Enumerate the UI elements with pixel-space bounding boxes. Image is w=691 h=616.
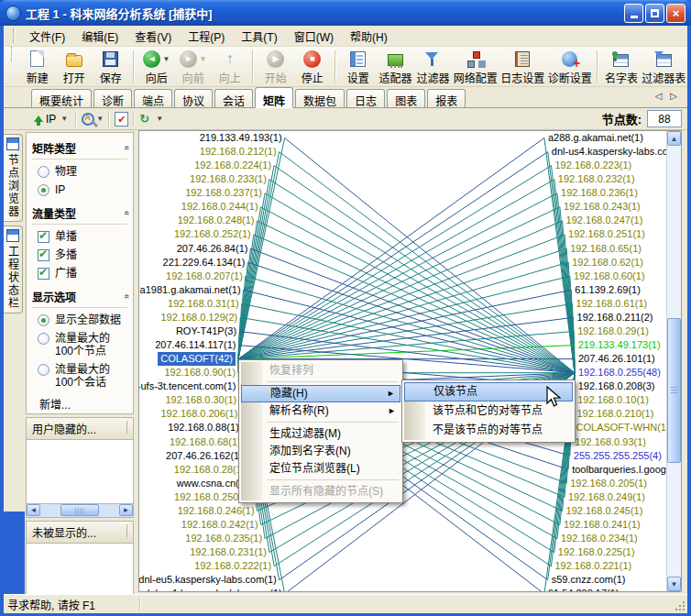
toolbar-button-name-table[interactable]: 名字表 xyxy=(602,47,640,86)
sidebar-link-new[interactable]: 新增... xyxy=(39,396,127,412)
matrix-node-left[interactable]: 192.168.0.129(2) xyxy=(160,311,237,324)
matrix-node-right[interactable]: 192.168.0.210(1) xyxy=(577,407,654,421)
not-shown-header[interactable]: 未被显示的... xyxy=(26,521,134,544)
toolbar-button-log-book[interactable]: 日志设置 xyxy=(499,47,546,86)
matrix-node-left[interactable]: 207.46.114.117(1) xyxy=(155,338,236,352)
matrix-node-left[interactable]: 192.168.0.31(1) xyxy=(168,297,239,311)
menu-item-2[interactable]: 查看(V) xyxy=(126,26,180,47)
maximize-button[interactable] xyxy=(645,4,664,23)
side-tab-1[interactable]: 工程状态栏 xyxy=(4,226,23,314)
matrix-node-right[interactable]: 192.168.0.247(1) xyxy=(566,214,643,227)
toolbar-button-back-circle[interactable]: ◄▼向后 xyxy=(138,47,175,86)
toolbar-button-adapter-card[interactable]: 适配器 xyxy=(377,47,414,86)
tab-scroll-arrows[interactable]: ◁ ▷ xyxy=(655,91,680,101)
scroll-right-icon[interactable]: ► xyxy=(119,504,133,516)
toolbar-button-filter-funnel[interactable]: 过滤器 xyxy=(414,47,452,86)
radio-流量最大的100个节点[interactable]: 流量最大的100个节点 xyxy=(38,332,127,358)
matrix-node-left[interactable]: www.csna.cn(1) xyxy=(177,477,248,490)
matrix-node-right[interactable]: 192.168.0.65(1) xyxy=(570,242,642,256)
matrix-node-left[interactable]: 207.46.26.162(1) xyxy=(166,449,243,463)
matrix-node-left[interactable]: 207.46.26.84(1) xyxy=(177,242,248,256)
scrollbar-thumb[interactable] xyxy=(667,318,681,463)
context-menu-item-4[interactable]: 添加到名字表(N) xyxy=(241,443,400,460)
side-tab-0[interactable]: 节点浏览器 xyxy=(4,134,23,222)
matrix-node-right[interactable]: 192.168.0.208(3) xyxy=(578,380,655,393)
menu-item-0[interactable]: 文件(F) xyxy=(21,26,73,47)
toolbar-button-diagnosis-globe[interactable]: 诊断设置 xyxy=(546,47,593,86)
tab-日志[interactable]: 日志 xyxy=(346,89,385,107)
menu-item-3[interactable]: 工程(P) xyxy=(180,26,233,47)
matrix-node-right[interactable]: 192.168.0.251(1) xyxy=(568,227,645,241)
menu-item-4[interactable]: 工具(T) xyxy=(233,26,285,47)
matrix-node-right[interactable]: 192.168.0.60(1) xyxy=(574,270,645,283)
matrix-node-left[interactable]: 192.168.0.90(1) xyxy=(164,366,236,380)
matrix-node-left[interactable]: dnl-eu1.kaspersky-labs.com(1) xyxy=(144,587,281,591)
matrix-node-right[interactable]: 192.168.0.205(1) xyxy=(570,477,647,490)
matrix-node-left[interactable]: 192.168.0.222(1) xyxy=(194,559,271,573)
matrix-node-right[interactable]: 192.168.0.232(1) xyxy=(558,172,635,186)
matrix-node-right[interactable]: 192.168.0.236(1) xyxy=(561,186,638,200)
toolbar-button-start-circle[interactable]: ▶开始 xyxy=(258,47,294,86)
matrix-node-left[interactable]: 192.168.0.235(1) xyxy=(185,532,262,545)
matrix-node-left[interactable]: 192.168.0.224(1) xyxy=(194,159,271,172)
menu-item-5[interactable]: 窗口(W) xyxy=(286,26,342,47)
matrix-node-left[interactable]: ROY-T41P(3) xyxy=(176,324,236,338)
tab-矩阵[interactable]: 矩阵 xyxy=(255,87,293,108)
matrix-node-right[interactable]: 192.168.0.223(1) xyxy=(554,159,631,172)
toolbar-button-forward-circle[interactable]: ►▼向前 xyxy=(175,47,212,86)
radio-显示全部数据[interactable]: 显示全部数据 xyxy=(38,314,127,326)
scroll-down-icon[interactable]: ▼ xyxy=(667,577,681,591)
tab-协议[interactable]: 协议 xyxy=(174,89,213,107)
radio-物理[interactable]: 物理 xyxy=(38,165,127,178)
matrix-node-right[interactable]: 192.168.0.245(1) xyxy=(566,504,643,518)
radio-流量最大的100个会话[interactable]: 流量最大的100个会话 xyxy=(38,363,127,389)
matrix-node-right[interactable]: 61.54.208.17(1) xyxy=(548,587,620,591)
resize-grip[interactable] xyxy=(675,600,686,611)
matrix-node-right[interactable]: 192.168.0.62(1) xyxy=(572,256,643,270)
checkbox-多播[interactable]: 多播 xyxy=(38,248,127,261)
matrix-node-left[interactable]: 192.168.0.242(1) xyxy=(181,518,258,532)
matrix-node-left[interactable]: 221.229.64.134(1) xyxy=(163,256,246,270)
matrix-view[interactable]: 219.133.49.193(1)192.168.0.212(1)192.168… xyxy=(138,130,682,592)
matrix-node-right[interactable]: 255.255.255.255(4) xyxy=(574,449,662,463)
tab-概要统计[interactable]: 概要统计 xyxy=(31,89,92,107)
matrix-node-left[interactable]: 192.168.0.237(1) xyxy=(185,186,262,200)
select-options-icon[interactable] xyxy=(115,112,128,126)
matrix-node-right[interactable]: COLASOFT-WHN(1) xyxy=(576,421,666,434)
menu-item-1[interactable]: 编辑(E) xyxy=(73,26,126,47)
tab-报表[interactable]: 报表 xyxy=(427,89,466,107)
matrix-node-right[interactable]: 192.168.0.241(1) xyxy=(564,518,641,532)
matrix-node-right[interactable]: 192.168.0.10(1) xyxy=(577,393,649,407)
scroll-left-icon[interactable]: ◄ xyxy=(27,504,40,516)
refresh-button[interactable]: ↻ ▼ xyxy=(139,112,163,126)
matrix-node-right[interactable]: 192.168.0.29(1) xyxy=(577,324,649,338)
tab-数据包[interactable]: 数据包 xyxy=(295,89,345,107)
tab-诊断[interactable]: 诊断 xyxy=(93,89,132,107)
matrix-node-right[interactable]: 192.168.0.211(2) xyxy=(577,311,653,324)
context-menu-item-5[interactable]: 定位节点浏览器(L) xyxy=(241,460,400,478)
matrix-node-left[interactable]: 219.133.49.193(1) xyxy=(200,131,282,145)
matrix-node-left[interactable]: 192.168.0.231(1) xyxy=(190,545,267,559)
toolbar-button-stop-circle[interactable]: ■停止 xyxy=(294,47,331,86)
matrix-node-right[interactable]: 192.168.0.234(1) xyxy=(561,532,638,545)
scroll-up-icon[interactable]: ▲ xyxy=(667,131,681,146)
checkbox-单播[interactable]: 单播 xyxy=(38,230,127,243)
matrix-node-left[interactable]: a1981.g.akamai.net(1) xyxy=(140,283,241,297)
sidebar-section-header[interactable]: 显示选项« xyxy=(32,289,127,308)
matrix-node-left[interactable]: 192.168.0.68(1) xyxy=(170,435,241,449)
context-menu-item-3[interactable]: 生成过滤器(M) xyxy=(241,425,400,443)
user-hidden-header[interactable]: 用户隐藏的... xyxy=(26,417,134,440)
toolbar-button-network-config[interactable]: 网络配置 xyxy=(452,47,499,86)
matrix-node-right[interactable]: 207.46.26.101(1) xyxy=(578,352,655,366)
matrix-node-left[interactable]: w-ufs-3t.tencent.com(1) xyxy=(139,380,236,393)
matrix-node-left[interactable]: 192.168.0.252(1) xyxy=(174,227,251,241)
tab-图表[interactable]: 图表 xyxy=(387,89,425,107)
horizontal-scrollbar[interactable]: ◄ |||| ► xyxy=(26,504,134,518)
tab-会话[interactable]: 会话 xyxy=(214,89,253,107)
matrix-node-left[interactable]: dnl-eu5.kaspersky-labs.com(1) xyxy=(139,573,277,587)
scrollbar-thumb[interactable]: |||| xyxy=(60,504,99,516)
matrix-node-left[interactable]: 192.168.0.88(1) xyxy=(168,421,239,434)
matrix-node-left[interactable]: 192.168.0.248(1) xyxy=(178,214,255,227)
toolbar-button-new-document[interactable]: 新建 xyxy=(19,47,56,86)
matrix-node-right[interactable]: 192.168.0.61(1) xyxy=(576,297,648,311)
